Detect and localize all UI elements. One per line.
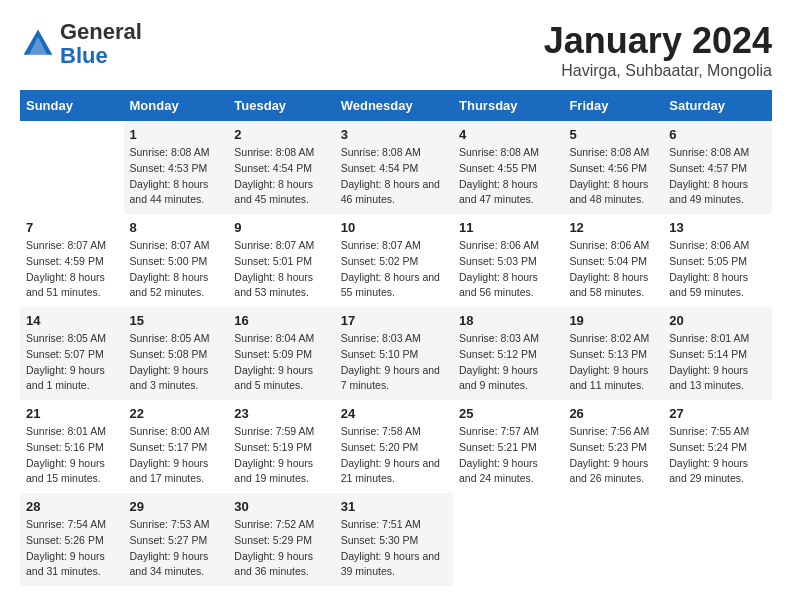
header-tuesday: Tuesday (228, 90, 334, 121)
day-info: Sunrise: 8:07 AMSunset: 5:01 PMDaylight:… (234, 238, 328, 301)
day-info: Sunrise: 8:08 AMSunset: 4:57 PMDaylight:… (669, 145, 766, 208)
month-title: January 2024 (544, 20, 772, 62)
day-number: 29 (130, 499, 223, 514)
day-number: 17 (341, 313, 447, 328)
day-number: 7 (26, 220, 118, 235)
calendar-cell: 16Sunrise: 8:04 AMSunset: 5:09 PMDayligh… (228, 307, 334, 400)
day-number: 12 (569, 220, 657, 235)
header-monday: Monday (124, 90, 229, 121)
header-friday: Friday (563, 90, 663, 121)
day-number: 28 (26, 499, 118, 514)
day-info: Sunrise: 8:06 AMSunset: 5:03 PMDaylight:… (459, 238, 557, 301)
calendar-cell: 12Sunrise: 8:06 AMSunset: 5:04 PMDayligh… (563, 214, 663, 307)
day-info: Sunrise: 7:54 AMSunset: 5:26 PMDaylight:… (26, 517, 118, 580)
calendar-cell: 11Sunrise: 8:06 AMSunset: 5:03 PMDayligh… (453, 214, 563, 307)
day-info: Sunrise: 8:08 AMSunset: 4:55 PMDaylight:… (459, 145, 557, 208)
calendar-cell: 20Sunrise: 8:01 AMSunset: 5:14 PMDayligh… (663, 307, 772, 400)
calendar-header-row: SundayMondayTuesdayWednesdayThursdayFrid… (20, 90, 772, 121)
page-header: General Blue January 2024 Havirga, Suhba… (20, 20, 772, 80)
day-number: 8 (130, 220, 223, 235)
day-number: 27 (669, 406, 766, 421)
calendar-cell (563, 493, 663, 586)
calendar-cell: 18Sunrise: 8:03 AMSunset: 5:12 PMDayligh… (453, 307, 563, 400)
calendar-cell: 26Sunrise: 7:56 AMSunset: 5:23 PMDayligh… (563, 400, 663, 493)
day-info: Sunrise: 8:02 AMSunset: 5:13 PMDaylight:… (569, 331, 657, 394)
calendar-table: SundayMondayTuesdayWednesdayThursdayFrid… (20, 90, 772, 586)
week-row-4: 21Sunrise: 8:01 AMSunset: 5:16 PMDayligh… (20, 400, 772, 493)
day-number: 26 (569, 406, 657, 421)
calendar-cell: 17Sunrise: 8:03 AMSunset: 5:10 PMDayligh… (335, 307, 453, 400)
calendar-cell: 24Sunrise: 7:58 AMSunset: 5:20 PMDayligh… (335, 400, 453, 493)
day-number: 19 (569, 313, 657, 328)
calendar-cell: 21Sunrise: 8:01 AMSunset: 5:16 PMDayligh… (20, 400, 124, 493)
day-info: Sunrise: 8:06 AMSunset: 5:05 PMDaylight:… (669, 238, 766, 301)
day-number: 18 (459, 313, 557, 328)
logo-general: General (60, 19, 142, 44)
calendar-cell: 30Sunrise: 7:52 AMSunset: 5:29 PMDayligh… (228, 493, 334, 586)
day-number: 22 (130, 406, 223, 421)
day-number: 23 (234, 406, 328, 421)
day-info: Sunrise: 8:00 AMSunset: 5:17 PMDaylight:… (130, 424, 223, 487)
day-info: Sunrise: 8:04 AMSunset: 5:09 PMDaylight:… (234, 331, 328, 394)
day-number: 31 (341, 499, 447, 514)
calendar-cell: 4Sunrise: 8:08 AMSunset: 4:55 PMDaylight… (453, 121, 563, 214)
day-info: Sunrise: 7:51 AMSunset: 5:30 PMDaylight:… (341, 517, 447, 580)
week-row-3: 14Sunrise: 8:05 AMSunset: 5:07 PMDayligh… (20, 307, 772, 400)
day-info: Sunrise: 7:56 AMSunset: 5:23 PMDaylight:… (569, 424, 657, 487)
calendar-cell: 2Sunrise: 8:08 AMSunset: 4:54 PMDaylight… (228, 121, 334, 214)
week-row-5: 28Sunrise: 7:54 AMSunset: 5:26 PMDayligh… (20, 493, 772, 586)
day-number: 13 (669, 220, 766, 235)
title-block: January 2024 Havirga, Suhbaatar, Mongoli… (544, 20, 772, 80)
day-info: Sunrise: 8:01 AMSunset: 5:14 PMDaylight:… (669, 331, 766, 394)
day-info: Sunrise: 7:58 AMSunset: 5:20 PMDaylight:… (341, 424, 447, 487)
calendar-cell (20, 121, 124, 214)
day-number: 5 (569, 127, 657, 142)
day-info: Sunrise: 8:03 AMSunset: 5:12 PMDaylight:… (459, 331, 557, 394)
calendar-cell: 14Sunrise: 8:05 AMSunset: 5:07 PMDayligh… (20, 307, 124, 400)
calendar-cell: 29Sunrise: 7:53 AMSunset: 5:27 PMDayligh… (124, 493, 229, 586)
calendar-cell: 5Sunrise: 8:08 AMSunset: 4:56 PMDaylight… (563, 121, 663, 214)
calendar-cell: 25Sunrise: 7:57 AMSunset: 5:21 PMDayligh… (453, 400, 563, 493)
day-number: 14 (26, 313, 118, 328)
calendar-cell: 23Sunrise: 7:59 AMSunset: 5:19 PMDayligh… (228, 400, 334, 493)
day-info: Sunrise: 7:57 AMSunset: 5:21 PMDaylight:… (459, 424, 557, 487)
calendar-cell: 6Sunrise: 8:08 AMSunset: 4:57 PMDaylight… (663, 121, 772, 214)
calendar-cell: 1Sunrise: 8:08 AMSunset: 4:53 PMDaylight… (124, 121, 229, 214)
calendar-cell: 28Sunrise: 7:54 AMSunset: 5:26 PMDayligh… (20, 493, 124, 586)
day-info: Sunrise: 8:08 AMSunset: 4:56 PMDaylight:… (569, 145, 657, 208)
day-info: Sunrise: 8:06 AMSunset: 5:04 PMDaylight:… (569, 238, 657, 301)
calendar-cell: 7Sunrise: 8:07 AMSunset: 4:59 PMDaylight… (20, 214, 124, 307)
day-info: Sunrise: 7:52 AMSunset: 5:29 PMDaylight:… (234, 517, 328, 580)
calendar-cell: 9Sunrise: 8:07 AMSunset: 5:01 PMDaylight… (228, 214, 334, 307)
calendar-cell: 3Sunrise: 8:08 AMSunset: 4:54 PMDaylight… (335, 121, 453, 214)
day-number: 30 (234, 499, 328, 514)
day-number: 25 (459, 406, 557, 421)
day-number: 9 (234, 220, 328, 235)
header-sunday: Sunday (20, 90, 124, 121)
day-info: Sunrise: 8:03 AMSunset: 5:10 PMDaylight:… (341, 331, 447, 394)
day-info: Sunrise: 8:08 AMSunset: 4:53 PMDaylight:… (130, 145, 223, 208)
day-number: 1 (130, 127, 223, 142)
day-number: 20 (669, 313, 766, 328)
day-info: Sunrise: 8:05 AMSunset: 5:07 PMDaylight:… (26, 331, 118, 394)
calendar-cell: 15Sunrise: 8:05 AMSunset: 5:08 PMDayligh… (124, 307, 229, 400)
day-number: 4 (459, 127, 557, 142)
week-row-1: 1Sunrise: 8:08 AMSunset: 4:53 PMDaylight… (20, 121, 772, 214)
day-number: 21 (26, 406, 118, 421)
calendar-cell: 13Sunrise: 8:06 AMSunset: 5:05 PMDayligh… (663, 214, 772, 307)
day-info: Sunrise: 8:08 AMSunset: 4:54 PMDaylight:… (234, 145, 328, 208)
day-number: 11 (459, 220, 557, 235)
day-number: 15 (130, 313, 223, 328)
day-number: 6 (669, 127, 766, 142)
day-number: 16 (234, 313, 328, 328)
day-number: 3 (341, 127, 447, 142)
week-row-2: 7Sunrise: 8:07 AMSunset: 4:59 PMDaylight… (20, 214, 772, 307)
day-info: Sunrise: 8:07 AMSunset: 4:59 PMDaylight:… (26, 238, 118, 301)
day-info: Sunrise: 8:05 AMSunset: 5:08 PMDaylight:… (130, 331, 223, 394)
logo: General Blue (20, 20, 142, 68)
calendar-cell: 10Sunrise: 8:07 AMSunset: 5:02 PMDayligh… (335, 214, 453, 307)
calendar-cell: 22Sunrise: 8:00 AMSunset: 5:17 PMDayligh… (124, 400, 229, 493)
day-number: 2 (234, 127, 328, 142)
header-thursday: Thursday (453, 90, 563, 121)
logo-text: General Blue (60, 20, 142, 68)
